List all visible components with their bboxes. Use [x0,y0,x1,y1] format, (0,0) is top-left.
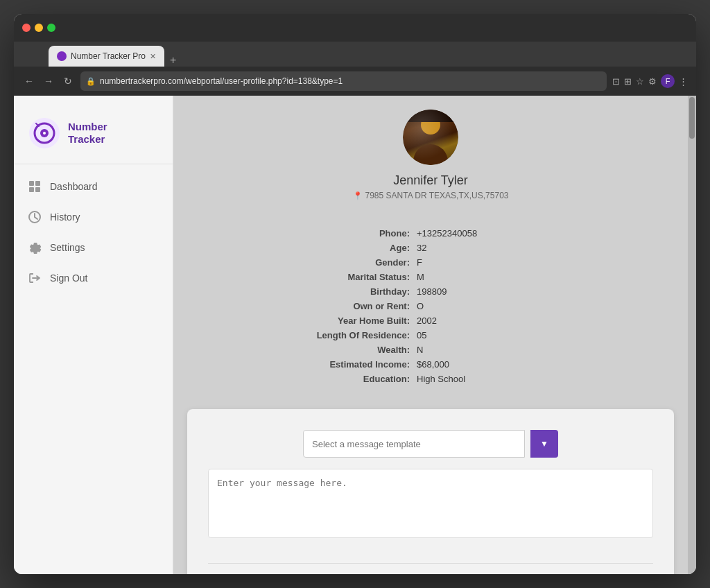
bookmark-icon[interactable]: ☆ [636,76,644,87]
yearbuilt-value: 2002 [417,315,555,326]
wealth-label: Wealth: [306,345,417,355]
avatar-image [403,110,458,165]
education-label: Education: [306,374,417,384]
message-textarea[interactable] [208,469,653,538]
scrollbar-track[interactable] [688,96,696,574]
grid-icon[interactable]: ⊞ [624,76,632,87]
lock-icon: 🔒 [86,77,96,86]
address-text: 7985 SANTA DR TEXAS,TX,US,75703 [365,191,509,200]
info-row-length: Length Of Residence: 05 [215,330,646,340]
age-label: Age: [306,243,417,253]
logo-text: Number Tracker [68,121,107,146]
sidebar-item-history[interactable]: History [14,202,173,232]
scrollbar-thumb[interactable] [689,97,695,139]
dashboard-label: Dashboard [50,181,98,192]
tab-favicon [57,51,67,61]
tab-close-button[interactable]: ✕ [150,52,156,61]
template-select-input[interactable] [303,430,525,458]
info-row-ownrent: Own or Rent: O [215,301,646,311]
profile-address: 📍 7985 SANTA DR TEXAS,TX,US,75703 [201,191,660,200]
close-button[interactable] [22,24,31,32]
dropdown-icon: ▼ [540,439,548,449]
income-value: $68,000 [417,359,555,370]
url-input[interactable] [80,71,607,91]
browser-toolbar-icons: ⊡ ⊞ ☆ ⚙ F ⋮ [612,74,688,88]
svg-rect-5 [35,181,40,186]
new-tab-button[interactable]: + [164,54,182,67]
svg-rect-7 [35,187,40,192]
info-row-phone: Phone: +13252340058 [215,228,646,239]
phone-label: Phone: [306,228,417,239]
info-row-yearbuilt: Year Home Built: 2002 [215,315,646,326]
profile-name: Jennifer Tyler [201,173,660,188]
active-tab[interactable]: Number Tracker Pro ✕ [49,46,164,67]
message-section: ▼ I agree to the terms and conditions an… [187,409,674,574]
length-label: Length Of Residence: [306,330,417,340]
reload-button[interactable]: ↻ [61,76,75,87]
gender-value: F [417,257,555,268]
ownrent-label: Own or Rent: [306,301,417,311]
phone-value: +13252340058 [417,228,555,239]
back-button[interactable]: ← [22,76,36,87]
birthday-label: Birthday: [306,286,417,297]
age-value: 32 [417,243,555,253]
svg-point-3 [43,132,46,135]
title-bar [14,14,696,42]
extensions-icon[interactable]: ⚙ [648,76,657,87]
browser-content: Number Tracker Dashboard History [14,96,696,574]
history-icon [28,210,42,224]
location-icon: 📍 [353,191,363,200]
info-row-birthday: Birthday: 198809 [215,286,646,297]
ownrent-value: O [417,301,555,311]
info-row-income: Estimated Income: $68,000 [215,359,646,370]
gender-label: Gender: [306,257,417,268]
marital-value: M [417,272,555,282]
logo-area: Number Tracker [14,110,173,164]
profile-section: Jennifer Tyler 📍 7985 SANTA DR TEXAS,TX,… [173,96,688,214]
dashboard-icon [28,180,42,193]
income-label: Estimated Income: [306,359,417,370]
traffic-lights [22,24,55,32]
settings-label: Settings [50,242,85,253]
info-row-wealth: Wealth: N [215,345,646,355]
history-label: History [50,211,80,223]
info-section: Phone: +13252340058 Age: 32 Gender: F Ma… [173,214,688,402]
main-content: Jennifer Tyler 📍 7985 SANTA DR TEXAS,TX,… [173,96,688,574]
sidebar-item-dashboard[interactable]: Dashboard [14,171,173,202]
tab-title: Number Tracker Pro [71,51,146,61]
sidebar-item-signout[interactable]: Sign Out [14,263,173,293]
address-bar: ← → ↻ 🔒 ⊡ ⊞ ☆ ⚙ F ⋮ [14,67,696,96]
logo-icon [28,116,61,150]
settings-icon [28,241,42,254]
signout-label: Sign Out [50,273,87,284]
sidebar-item-settings[interactable]: Settings [14,232,173,263]
svg-rect-6 [29,187,34,192]
education-value: High School [417,374,555,384]
marital-label: Marital Status: [306,272,417,282]
info-row-marital: Marital Status: M [215,272,646,282]
yearbuilt-label: Year Home Built: [306,315,417,326]
svg-rect-4 [29,181,34,186]
sidebar: Number Tracker Dashboard History [14,96,173,574]
info-row-education: Education: High School [215,374,646,384]
forward-button[interactable]: → [42,76,55,87]
template-row: ▼ [208,430,653,458]
profile-icon[interactable]: F [661,74,675,88]
avatar [403,110,458,165]
address-bar-wrapper: 🔒 [80,71,607,91]
birthday-value: 198809 [417,286,555,297]
minimize-button[interactable] [35,24,43,32]
signout-icon [28,271,42,285]
wealth-value: N [417,345,555,355]
menu-icon[interactable]: ⋮ [679,76,688,87]
browser-window: Number Tracker Pro ✕ + ← → ↻ 🔒 ⊡ ⊞ ☆ ⚙ F… [14,14,696,574]
info-row-gender: Gender: F [215,257,646,268]
template-dropdown-button[interactable]: ▼ [530,430,558,458]
cast-icon[interactable]: ⊡ [612,76,620,87]
maximize-button[interactable] [47,24,55,32]
divider [208,563,653,564]
length-value: 05 [417,330,555,340]
info-row-age: Age: 32 [215,243,646,253]
tab-bar: Number Tracker Pro ✕ + [14,42,696,67]
